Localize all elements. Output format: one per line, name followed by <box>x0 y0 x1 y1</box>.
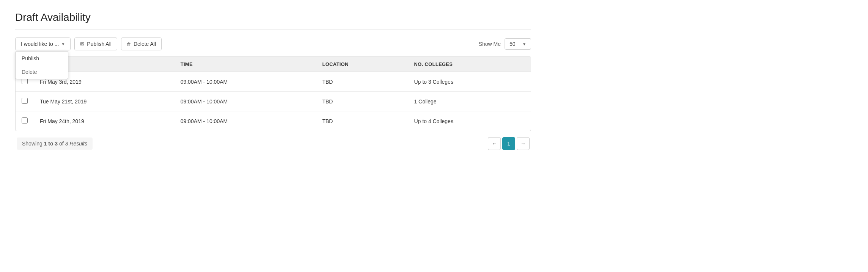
dropdown-label: I would like to ... <box>21 41 59 47</box>
action-dropdown-button[interactable]: I would like to ... ▼ <box>15 38 71 50</box>
page-container: Draft Availability I would like to ... ▼… <box>0 0 546 161</box>
page-title: Draft Availability <box>15 11 531 23</box>
toolbar-left: I would like to ... ▼ Publish Delete Pub… <box>15 38 162 50</box>
dropdown-item-delete[interactable]: Delete <box>16 65 68 79</box>
chevron-down-icon: ▼ <box>61 42 65 46</box>
row-date: Tue May 21st, 2019 <box>34 92 175 111</box>
row-location: TBD <box>316 111 408 131</box>
row-no_colleges: 1 College <box>408 92 531 111</box>
chevron-down-icon-show: ▼ <box>522 42 526 46</box>
row-checkbox-2[interactable] <box>22 117 28 123</box>
page-1-button[interactable]: 1 <box>502 137 515 150</box>
dropdown-wrapper: I would like to ... ▼ Publish Delete <box>15 38 71 50</box>
publish-all-button[interactable]: Publish All <box>74 38 117 50</box>
row-time: 09:00AM - 10:00AM <box>175 92 316 111</box>
showing-text: Showing 1 to 3 of 3 Results <box>17 138 93 150</box>
publish-all-label: Publish All <box>87 41 112 47</box>
pagination: ← 1 → <box>488 137 530 150</box>
data-table: DATE TIME LOCATION NO. COLLEGES Fri May … <box>16 57 531 131</box>
row-date: Fri May 24th, 2019 <box>34 111 175 131</box>
table-container: DATE TIME LOCATION NO. COLLEGES Fri May … <box>15 56 531 131</box>
row-time: 09:00AM - 10:00AM <box>175 111 316 131</box>
mail-icon <box>80 41 85 47</box>
toolbar: I would like to ... ▼ Publish Delete Pub… <box>15 38 531 50</box>
footer: Showing 1 to 3 of 3 Results ← 1 → <box>15 137 531 150</box>
row-checkbox-1[interactable] <box>22 98 28 104</box>
row-no_colleges: Up to 4 Colleges <box>408 111 531 131</box>
col-no-colleges: NO. COLLEGES <box>408 57 531 72</box>
row-location: TBD <box>316 92 408 111</box>
toolbar-right: Show Me 50 ▼ <box>479 38 531 50</box>
prev-page-button[interactable]: ← <box>488 137 501 150</box>
table-header-row: DATE TIME LOCATION NO. COLLEGES <box>16 57 531 72</box>
trash-icon <box>127 41 131 47</box>
row-location: TBD <box>316 72 408 92</box>
show-me-value: 50 <box>509 41 516 47</box>
row-time: 09:00AM - 10:00AM <box>175 72 316 92</box>
delete-all-button[interactable]: Delete All <box>121 38 162 50</box>
table-row: Fri May 3rd, 201909:00AM - 10:00AMTBDUp … <box>16 72 531 92</box>
next-page-button[interactable]: → <box>517 137 530 150</box>
col-time: TIME <box>175 57 316 72</box>
delete-all-label: Delete All <box>134 41 156 47</box>
showing-results: 3 Results <box>65 141 87 147</box>
row-checkbox-cell <box>16 111 34 131</box>
showing-range: 1 to 3 <box>44 141 58 147</box>
show-me-label: Show Me <box>479 41 501 47</box>
col-location: LOCATION <box>316 57 408 72</box>
row-checkbox-cell <box>16 92 34 111</box>
row-no_colleges: Up to 3 Colleges <box>408 72 531 92</box>
divider <box>15 30 531 30</box>
dropdown-item-publish[interactable]: Publish <box>16 52 68 65</box>
table-row: Tue May 21st, 201909:00AM - 10:00AMTBD1 … <box>16 92 531 111</box>
show-me-select[interactable]: 50 ▼ <box>505 38 531 50</box>
table-row: Fri May 24th, 201909:00AM - 10:00AMTBDUp… <box>16 111 531 131</box>
action-dropdown-menu: Publish Delete <box>15 51 68 79</box>
table-body: Fri May 3rd, 201909:00AM - 10:00AMTBDUp … <box>16 72 531 131</box>
